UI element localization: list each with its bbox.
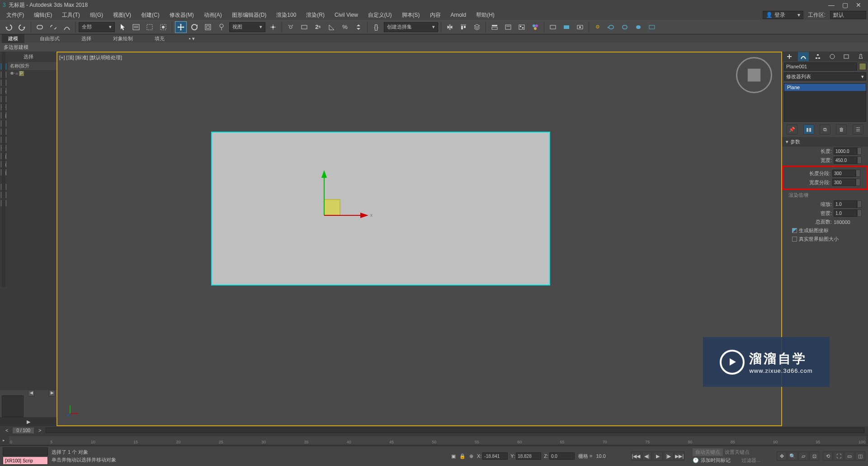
curve-editor-button[interactable]: [502, 21, 514, 33]
percent-snap-button[interactable]: %: [339, 21, 351, 33]
select-rotate-button[interactable]: [189, 21, 200, 33]
subribbon-label[interactable]: 多边形建模: [4, 44, 28, 51]
tab-create[interactable]: [784, 52, 795, 61]
menu-arnold[interactable]: Arnold: [446, 11, 471, 19]
prev-frame-button[interactable]: ◀|: [642, 452, 652, 461]
spinner-snap-button[interactable]: [353, 21, 364, 33]
ribbon-model[interactable]: 建模: [2, 34, 24, 43]
track-bar[interactable]: 0510152025303540455055606570758085909510…: [9, 436, 866, 444]
length-spinner[interactable]: [857, 147, 862, 155]
select-name-button[interactable]: [130, 21, 142, 33]
scroll-right-icon[interactable]: ▶: [49, 390, 55, 396]
realworld-map-checkbox[interactable]: [792, 237, 797, 242]
goto-end-button[interactable]: ▶▶|: [675, 452, 684, 461]
teapot2-icon[interactable]: [619, 21, 631, 33]
add-time-marker[interactable]: 添加时间标记: [701, 457, 731, 464]
timeline-next-button[interactable]: >: [37, 428, 43, 433]
layers-button[interactable]: [471, 21, 483, 33]
left-dock-handle[interactable]: [2, 52, 5, 287]
object-color-swatch[interactable]: [859, 63, 866, 70]
undo-button[interactable]: [3, 21, 14, 33]
menu-script[interactable]: 脚本(S): [397, 10, 425, 20]
render-setup-button[interactable]: [547, 21, 559, 33]
gen-mapping-checkbox[interactable]: [792, 228, 797, 233]
menu-render100[interactable]: 渲染100: [272, 10, 301, 20]
width-input[interactable]: 450.0: [834, 157, 857, 164]
keyfilters-label[interactable]: 过滤器...: [741, 457, 760, 464]
pin-stack-button[interactable]: 📌: [787, 124, 797, 134]
tab-utilities[interactable]: [855, 52, 866, 61]
minimize-button[interactable]: —: [825, 1, 838, 9]
close-button[interactable]: ✕: [852, 1, 865, 9]
tab-modify[interactable]: [798, 52, 809, 61]
nav-maximize-button[interactable]: ⛶: [834, 452, 844, 461]
goto-start-button[interactable]: |◀◀: [631, 452, 641, 461]
bind-button[interactable]: [61, 21, 73, 33]
menu-content[interactable]: 内容: [425, 10, 445, 20]
nav-region-button[interactable]: ▭: [844, 452, 854, 461]
menu-custom[interactable]: 自定义(U): [363, 10, 396, 20]
modifier-stack[interactable]: Plane: [784, 83, 866, 122]
tab-display[interactable]: [841, 52, 852, 61]
window-crossing-button[interactable]: [157, 21, 169, 33]
viewport[interactable]: [+] [顶] [标准] [默认明暗处理] x: [57, 52, 782, 426]
maximize-button[interactable]: ▢: [838, 1, 852, 9]
xyz-icon[interactable]: ⊕: [469, 453, 473, 459]
edit-selection-set-button[interactable]: {}: [370, 21, 382, 33]
density-spinner[interactable]: [857, 209, 862, 217]
teapot3-icon[interactable]: [632, 21, 644, 33]
nav-zoomall-button[interactable]: ⊡: [809, 452, 819, 461]
menu-edit[interactable]: 编辑(E): [29, 10, 57, 20]
tab-motion[interactable]: [827, 52, 838, 61]
refcoord-dropdown[interactable]: 视图▾: [229, 22, 265, 32]
autokey-button[interactable]: 自动关键点: [693, 448, 723, 456]
menu-tools[interactable]: 工具(T): [57, 10, 84, 20]
unlink-button[interactable]: [47, 21, 59, 33]
render-frame-button[interactable]: [561, 21, 572, 33]
align-button[interactable]: [458, 21, 469, 33]
nav-zoom-button[interactable]: 🔍: [788, 452, 797, 461]
configure-sets-button[interactable]: ☰: [853, 124, 863, 134]
length-input[interactable]: 1000.0: [834, 147, 857, 155]
select-object-button[interactable]: [117, 21, 128, 33]
ribbon-freeform[interactable]: 自由形式: [33, 34, 66, 43]
modifier-item-plane[interactable]: Plane: [784, 84, 866, 91]
timeline-prev-button[interactable]: <: [4, 428, 10, 433]
nav-orbit-button[interactable]: ⟲: [823, 452, 833, 461]
nav-pan-button[interactable]: ✥: [777, 452, 787, 461]
pivot-button[interactable]: [267, 21, 279, 33]
teapot-settings-icon[interactable]: ⚙: [592, 21, 604, 33]
track-toggle-icon[interactable]: ▸: [0, 438, 7, 442]
left-expand-button[interactable]: ▶: [0, 417, 57, 426]
modifier-list-dropdown[interactable]: 修改器列表▾: [784, 72, 866, 81]
menu-animation[interactable]: 动画(A): [199, 10, 226, 20]
length-segs-spinner[interactable]: [856, 170, 860, 177]
named-selection-dropdown[interactable]: 创建选择集▾: [384, 22, 438, 32]
menu-create[interactable]: 创建(C): [137, 10, 164, 20]
menu-views[interactable]: 视图(V): [108, 10, 136, 20]
ribbon-objpaint[interactable]: 对象绘制: [107, 34, 139, 43]
play-button[interactable]: ▶: [653, 452, 663, 461]
scale-spinner[interactable]: [857, 200, 862, 208]
plane-object[interactable]: [211, 132, 550, 285]
next-frame-button[interactable]: |▶: [664, 452, 674, 461]
width-spinner[interactable]: [857, 157, 862, 164]
x-coord[interactable]: -18.841: [482, 452, 508, 460]
material-editor-button[interactable]: [529, 21, 541, 33]
select-place-button[interactable]: [216, 21, 227, 33]
menu-render[interactable]: 渲染(R): [302, 10, 329, 20]
object-name-field[interactable]: Plane001: [784, 62, 857, 71]
teapot1-icon[interactable]: [605, 21, 617, 33]
time-slider[interactable]: [46, 428, 864, 433]
menu-file[interactable]: 文件(F): [2, 10, 28, 20]
select-move-button[interactable]: [175, 21, 187, 33]
viewcube[interactable]: [736, 57, 772, 93]
scroll-left-icon[interactable]: ◀: [28, 390, 34, 396]
freeze-icon[interactable]: ○: [15, 71, 18, 76]
select-region-button[interactable]: [144, 21, 156, 33]
menu-grapheditors[interactable]: 图形编辑器(D): [227, 10, 271, 20]
manipulate-button[interactable]: [285, 21, 297, 33]
setkey-label[interactable]: 设置关键点: [725, 449, 750, 456]
show-end-result-button[interactable]: ▮▮: [803, 124, 814, 134]
workspace-dropdown[interactable]: 默认: [830, 11, 866, 19]
